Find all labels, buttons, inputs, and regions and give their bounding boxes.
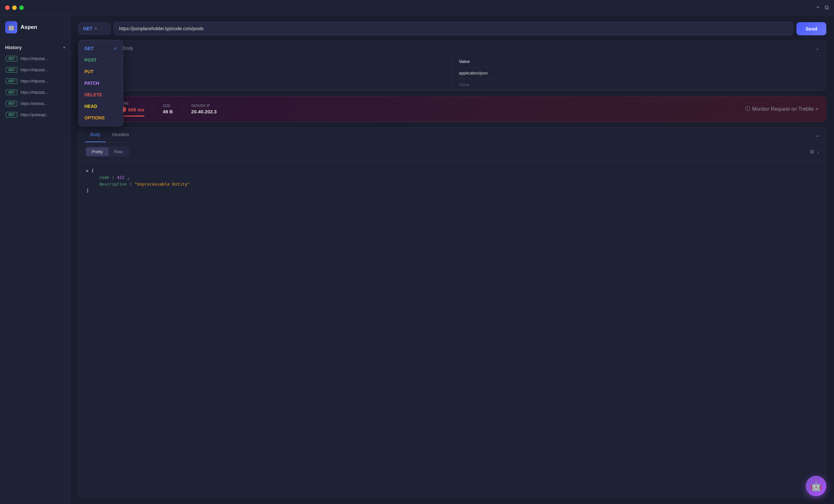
app-name: Aspen [21,24,37,30]
code-line-desc: description : "Unprocessable Entity" [86,181,818,188]
server-ip-label: Server IP [191,104,217,108]
size-label: Size [163,104,173,108]
dropdown-head-label: HEAD [84,104,97,109]
sidebar: 🤖 Aspen History ▾ GET https://httpstat..… [0,16,71,504]
time-label: Time [120,102,145,105]
main-content: GET ▾ Send GET ✓ POST PUT PATCH [71,16,834,504]
status-divider2 [153,103,154,115]
header-value-text: application/json [459,71,488,75]
code-val-desc: "Unprocessable Entity" [134,181,190,188]
sidebar-history-list: GET https://httpstat... GET https://http… [0,53,70,120]
method-selector-chevron-icon: ▾ [95,27,97,31]
history-url: https://pokeapi... [21,113,49,117]
code-colon: : [112,174,114,181]
tab-body-label: Body [90,132,101,137]
response-actions: ⧉ ↓ [810,149,819,155]
minimize-button[interactable] [12,5,17,10]
sidebar-logo: 🤖 Aspen [0,16,70,40]
method-badge-get: GET [6,67,17,72]
dropdown-item-options[interactable]: OPTIONS [79,112,123,124]
treblle-label: Monitor Request on Treblle > [752,106,818,112]
code-block: ▶ { code : 422 , description : "Unproces… [79,161,826,201]
send-button[interactable]: Send [796,22,826,35]
config-collapse-icon[interactable]: ⌄ [816,46,819,51]
dropdown-item-put[interactable]: PUT [79,66,123,78]
tab-response-headers[interactable]: Headers [107,128,134,142]
traffic-lights [5,5,24,10]
dropdown-item-get[interactable]: GET ✓ [79,43,123,54]
code-comma: , [127,174,130,181]
dropdown-options-label: OPTIONS [84,115,105,120]
format-toggle: Pretty Raw [85,146,129,157]
method-selector[interactable]: GET ▾ [78,22,110,35]
history-url: https://httpstat... [21,57,48,61]
code-val-code: 422 [117,174,124,181]
code-line-close: } [86,188,818,194]
dropdown-item-patch[interactable]: PATCH [79,78,123,89]
code-key-code: code [99,174,109,181]
response-status-bar: Status ! 422 Time ! 605 ms [78,96,826,122]
copy-icon[interactable]: ⧉ [810,149,814,155]
close-button[interactable] [5,5,9,10]
logo-emoji: 🤖 [8,24,15,31]
split-view-icon[interactable]: ⧉ [825,4,829,11]
chatbot-icon: 🤖 [811,481,822,491]
server-ip-item: Server IP 20.40.202.3 [191,104,217,114]
code-arrow: ▶ [86,168,89,174]
tab-response-body[interactable]: Body [85,128,106,142]
response-collapse-icon[interactable]: ⌄ [815,132,819,138]
titlebar: + ⧉ [0,0,834,16]
table-row: Content-Type application/json [79,67,826,79]
code-brace-open: { [91,168,94,174]
history-chevron-icon: ▾ [63,45,65,50]
header-key-cell[interactable]: Content-Type [79,67,452,79]
header-value-cell[interactable]: application/json [452,67,826,79]
history-url: https://notreal... [21,102,47,106]
header-key-cell-empty[interactable] [79,79,452,90]
dropdown-put-label: PUT [84,69,93,74]
history-url: https://httpstat... [21,90,48,95]
list-item[interactable]: GET https://notreal... [3,98,68,109]
code-colon2: : [129,181,132,188]
method-badge-get: GET [6,78,17,84]
dropdown-post-label: POST [84,58,96,63]
request-config-panel: Headers Body ⌄ Key Value Content-Type [78,40,826,91]
history-url: https://httpstat... [21,79,48,84]
key-column-heading: Key [79,56,452,67]
dropdown-item-head[interactable]: HEAD [79,101,123,112]
method-dropdown: GET ✓ POST PUT PATCH DELETE HEAD [78,40,123,127]
list-item[interactable]: GET https://httpstat... [3,87,68,97]
list-item[interactable]: GET https://httpstat... [3,76,68,86]
time-item: Time ! 605 ms [120,102,145,116]
history-label: History [5,45,22,50]
list-item[interactable]: GET https://httpstat... [3,65,68,75]
raw-button[interactable]: Raw [109,147,128,156]
headers-heading-row: Key Value [79,56,826,67]
history-section-header[interactable]: History ▾ [0,40,70,53]
header-value-cell-empty[interactable]: Value [452,79,826,90]
response-body-panel: Body Headers ⌄ Pretty Raw ⧉ ↓ [78,127,826,498]
size-item: Size 49 B [163,104,173,114]
dropdown-item-delete[interactable]: DELETE [79,89,123,101]
code-line-open: ▶ { [86,168,818,174]
chatbot-fab[interactable]: 🤖 [806,476,826,496]
dropdown-delete-label: DELETE [84,92,102,97]
server-ip-value: 20.40.202.3 [191,109,217,114]
history-url: https://httpstat... [21,68,48,72]
time-value-row: ! 605 ms [120,107,145,112]
maximize-button[interactable] [19,5,24,10]
download-icon[interactable]: ↓ [817,149,819,155]
tab-headers-label: Headers [112,132,129,137]
plus-icon[interactable]: + [816,4,819,11]
response-format-bar: Pretty Raw ⧉ ↓ [79,143,826,161]
dropdown-item-post[interactable]: POST [79,54,123,66]
pretty-button[interactable]: Pretty [86,147,109,156]
status-divider3 [182,103,182,115]
method-badge-get: GET [6,90,17,95]
request-bar: GET ▾ Send GET ✓ POST PUT PATCH [78,22,826,35]
time-value: 605 ms [128,107,145,112]
url-input[interactable] [114,22,793,35]
list-item[interactable]: GET https://pokeapi... [3,109,68,120]
list-item[interactable]: GET https://httpstat... [3,53,68,64]
treblle-monitor-link[interactable]: ⓘ Monitor Request on Treblle > [745,106,818,112]
